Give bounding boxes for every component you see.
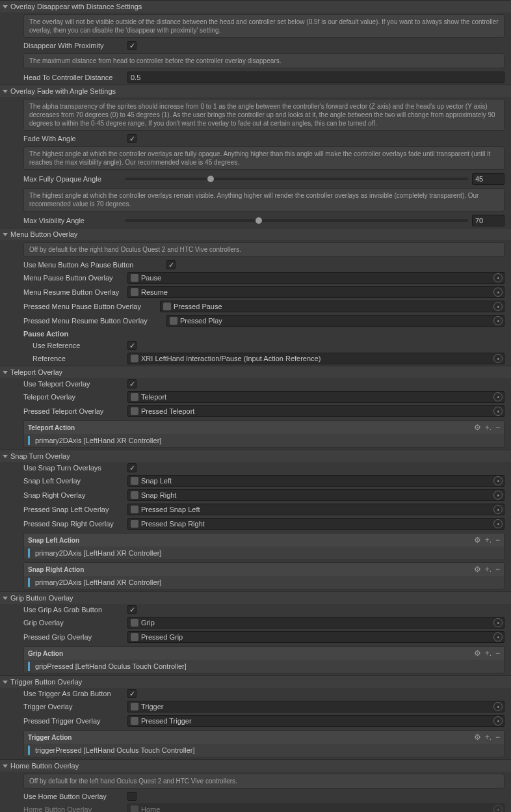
object-picker-icon[interactable] xyxy=(493,407,503,416)
object-picker-icon[interactable] xyxy=(493,716,503,725)
section-title: Home Button Overlay xyxy=(10,762,79,770)
snap-left-field[interactable]: Snap Left xyxy=(127,475,504,487)
pressed-snap-left-field[interactable]: Pressed Snap Left xyxy=(127,504,504,515)
gear-icon[interactable]: ⚙ xyxy=(474,649,481,658)
slider-thumb[interactable] xyxy=(255,217,262,224)
object-picker-icon[interactable] xyxy=(493,632,503,642)
remove-icon[interactable]: − xyxy=(495,733,500,742)
object-picker-icon[interactable] xyxy=(493,702,503,711)
grip-overlay-field[interactable]: Grip xyxy=(127,617,504,629)
trigger-overlay-field[interactable]: Trigger xyxy=(127,701,504,712)
gear-icon[interactable]: ⚙ xyxy=(474,733,481,742)
pressed-trigger-field[interactable]: Pressed Trigger xyxy=(127,715,504,727)
opaque-angle-input[interactable] xyxy=(472,173,504,185)
pressed-trigger-label: Pressed Trigger Overlay xyxy=(23,717,127,725)
use-home-checkbox[interactable] xyxy=(127,792,137,801)
teleport-overlay-field[interactable]: Teleport xyxy=(127,391,504,403)
help-text: The maximum distance from head to contro… xyxy=(23,53,504,68)
gameobject-icon xyxy=(131,393,138,401)
remove-icon[interactable]: − xyxy=(495,423,500,432)
object-picker-icon[interactable] xyxy=(493,491,503,500)
pressed-snap-right-label: Pressed Snap Right Overlay xyxy=(23,520,127,528)
binding-text[interactable]: gripPressed [LeftHand Oculus Touch Contr… xyxy=(35,662,187,670)
pressed-grip-field[interactable]: Pressed Grip xyxy=(127,631,504,643)
section-snap-header[interactable]: Snap Turn Overlay xyxy=(0,450,511,462)
binding-text[interactable]: triggerPressed [LeftHand Oculus Touch Co… xyxy=(35,746,195,754)
object-picker-icon[interactable] xyxy=(493,288,503,297)
section-title: Overlay Fade with Angle Settings xyxy=(10,87,116,95)
opaque-angle-slider[interactable] xyxy=(125,178,468,180)
foldout-icon xyxy=(3,455,8,458)
add-icon[interactable]: +. xyxy=(485,649,491,658)
gear-icon[interactable]: ⚙ xyxy=(474,565,481,574)
gear-icon[interactable]: ⚙ xyxy=(474,423,481,432)
disappear-proximity-checkbox[interactable] xyxy=(127,41,137,50)
resume-overlay-field[interactable]: Resume xyxy=(127,286,504,298)
object-picker-icon[interactable] xyxy=(493,354,503,363)
grip-overlay-label: Grip Overlay xyxy=(23,619,127,627)
remove-icon[interactable]: − xyxy=(495,565,500,574)
visibility-angle-slider[interactable] xyxy=(125,219,468,222)
section-menu-header[interactable]: Menu Button Overlay xyxy=(0,228,511,240)
fade-angle-checkbox[interactable] xyxy=(127,134,137,143)
add-icon[interactable]: +. xyxy=(485,565,491,574)
help-text: The highest angle at which the controlle… xyxy=(23,146,504,170)
use-snap-label: Use Snap Turn Overlays xyxy=(23,464,127,472)
section-teleport-header[interactable]: Teleport Overlay xyxy=(0,366,511,378)
opaque-angle-label: Max Fully Opaque Angle xyxy=(23,175,121,183)
action-name: Teleport Action xyxy=(28,424,75,431)
object-picker-icon[interactable] xyxy=(493,302,503,311)
add-icon[interactable]: +. xyxy=(485,423,491,432)
section-grip-header[interactable]: Grip Button Overlay xyxy=(0,591,511,604)
binding-text[interactable]: primary2DAxis [LeftHand XR Controller] xyxy=(35,578,161,586)
binding-bar xyxy=(28,548,30,558)
gear-icon[interactable]: ⚙ xyxy=(474,535,481,545)
slider-thumb[interactable] xyxy=(207,176,214,182)
pressed-teleport-field[interactable]: Pressed Teleport xyxy=(127,405,504,417)
gameobject-icon xyxy=(131,619,138,627)
binding-text[interactable]: primary2DAxis [LeftHand XR Controller] xyxy=(35,549,161,557)
section-title: Snap Turn Overlay xyxy=(10,452,70,460)
gameobject-icon xyxy=(131,703,138,710)
section-home-header[interactable]: Home Button Overlay xyxy=(0,759,511,772)
object-picker-icon[interactable] xyxy=(493,316,503,325)
binding-bar xyxy=(28,746,30,755)
pause-overlay-field[interactable]: Pause xyxy=(127,272,504,284)
pressed-snap-right-field[interactable]: Pressed Snap Right xyxy=(127,518,504,530)
binding-text[interactable]: primary2DAxis [LeftHand XR Controller] xyxy=(35,437,161,444)
help-text: The highest angle at which the controlle… xyxy=(23,188,504,211)
visibility-angle-input[interactable] xyxy=(472,215,504,226)
reference-field[interactable]: XRI LeftHand Interaction/Pause (Input Ac… xyxy=(127,353,504,364)
use-grip-checkbox[interactable] xyxy=(127,605,137,614)
resume-overlay-label: Menu Resume Button Overlay xyxy=(23,288,127,296)
foldout-icon xyxy=(3,681,8,684)
head-distance-input[interactable] xyxy=(127,72,504,83)
object-picker-icon[interactable] xyxy=(493,392,503,401)
remove-icon[interactable]: − xyxy=(495,535,500,545)
use-trigger-checkbox[interactable] xyxy=(127,689,137,698)
use-reference-checkbox[interactable] xyxy=(127,341,137,350)
section-fade-header[interactable]: Overlay Fade with Angle Settings xyxy=(0,85,511,97)
use-reference-label: Use Reference xyxy=(23,342,127,349)
section-trigger-header[interactable]: Trigger Button Overlay xyxy=(0,675,511,688)
use-teleport-checkbox[interactable] xyxy=(127,379,137,388)
pause-overlay-label: Menu Pause Button Overlay xyxy=(23,274,127,282)
object-picker-icon[interactable] xyxy=(493,618,503,627)
object-picker-icon[interactable] xyxy=(493,273,503,282)
use-home-label: Use Home Button Overlay xyxy=(23,792,127,800)
pressed-resume-field[interactable]: Pressed Play xyxy=(166,315,504,327)
gameobject-icon xyxy=(131,805,138,812)
add-icon[interactable]: +. xyxy=(485,535,491,545)
use-snap-checkbox[interactable] xyxy=(127,463,137,472)
object-picker-icon[interactable] xyxy=(493,519,503,528)
pressed-pause-field[interactable]: Pressed Pause xyxy=(160,301,504,312)
remove-icon[interactable]: − xyxy=(495,649,500,658)
add-icon[interactable]: +. xyxy=(485,733,491,742)
section-distance-header[interactable]: Overlay Disappear with Distance Settings xyxy=(0,0,511,12)
object-picker-icon[interactable] xyxy=(493,505,503,514)
object-picker-icon[interactable] xyxy=(493,476,503,485)
action-name: Snap Left Action xyxy=(28,537,79,544)
snap-right-field[interactable]: Snap Right xyxy=(127,489,504,501)
use-menu-checkbox[interactable] xyxy=(166,260,176,269)
help-text: Off by default for the right hand Oculus… xyxy=(23,242,504,257)
